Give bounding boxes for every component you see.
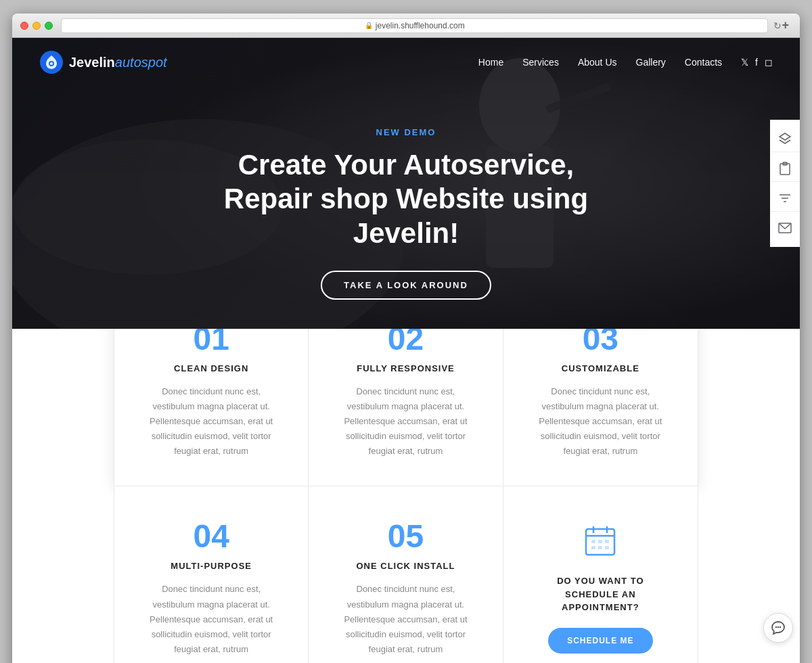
svg-point-29 bbox=[780, 626, 781, 628]
svg-point-28 bbox=[777, 626, 779, 628]
instagram-icon[interactable]: ◻ bbox=[765, 57, 773, 68]
svg-rect-21 bbox=[591, 540, 595, 543]
browser-window-controls bbox=[20, 22, 53, 30]
feature-number-5: 05 bbox=[336, 520, 475, 553]
feature-title-4: MULTI-PURPOSE bbox=[141, 561, 281, 571]
hero-cta-button[interactable]: TAKE A LOOK AROUND bbox=[321, 271, 491, 300]
chat-icon bbox=[771, 620, 786, 635]
feature-title-3: CUSTOMIZABLE bbox=[531, 363, 671, 373]
filter-icon bbox=[778, 192, 792, 204]
minimize-button-dot[interactable] bbox=[32, 22, 41, 30]
logo-icon bbox=[39, 50, 64, 74]
browser-titlebar: 🔒 jevelin.shufflehound.com ↻ + bbox=[12, 14, 800, 38]
sidebar-filter-icon[interactable] bbox=[770, 185, 800, 212]
schedule-title: DO YOU WANT TO SCHEDULE AN APPOINTMENT? bbox=[531, 574, 671, 614]
svg-rect-25 bbox=[598, 546, 602, 549]
sidebar-layers-icon[interactable] bbox=[770, 125, 800, 152]
feature-desc-1: Donec tincidunt nunc est, vestibulum mag… bbox=[141, 384, 281, 459]
svg-rect-23 bbox=[605, 540, 609, 543]
svg-rect-26 bbox=[605, 546, 609, 549]
svg-point-10 bbox=[50, 62, 53, 65]
features-section: 01 CLEAN DESIGN Donec tincidunt nunc est… bbox=[12, 288, 800, 663]
features-row-2: 04 MULTI-PURPOSE Donec tincidunt nunc es… bbox=[114, 486, 698, 663]
feature-title-5: ONE CLICK INSTALL bbox=[336, 561, 475, 571]
nav-contacts[interactable]: Contacts bbox=[685, 57, 722, 68]
logo-text: Jevelinautospot bbox=[69, 55, 167, 70]
calendar-icon bbox=[583, 524, 617, 564]
svg-rect-22 bbox=[598, 540, 602, 543]
url-text: jevelin.shufflehound.com bbox=[376, 21, 465, 30]
feature-card-schedule: DO YOU WANT TO SCHEDULE AN APPOINTMENT? … bbox=[503, 486, 698, 663]
layers-icon bbox=[778, 132, 792, 145]
facebook-icon[interactable]: f bbox=[755, 57, 758, 68]
sidebar-mail-icon[interactable] bbox=[770, 214, 800, 242]
nav-home[interactable]: Home bbox=[478, 57, 503, 68]
nav-links: Home Services About Us Gallery Contacts … bbox=[478, 57, 773, 68]
hero-subtitle: NEW DEMO bbox=[12, 127, 800, 137]
feature-title-2: FULLY RESPONSIVE bbox=[336, 363, 475, 373]
feature-desc-3: Donec tincidunt nunc est, vestibulum mag… bbox=[531, 384, 671, 459]
nav-gallery[interactable]: Gallery bbox=[636, 57, 666, 68]
hero-content: NEW DEMO Create Your Autoservice, Repair… bbox=[12, 87, 800, 300]
address-bar[interactable]: 🔒 jevelin.shufflehound.com bbox=[61, 18, 768, 33]
hero-title: Create Your Autoservice, Repair shop Web… bbox=[203, 148, 609, 250]
feature-card-5: 05 ONE CLICK INSTALL Donec tincidunt nun… bbox=[309, 486, 503, 663]
feature-number-4: 04 bbox=[141, 520, 281, 553]
website-content: Jevelinautospot Home Services About Us G… bbox=[12, 38, 800, 663]
chat-bubble-button[interactable] bbox=[763, 613, 793, 643]
feature-desc-2: Donec tincidunt nunc est, vestibulum mag… bbox=[336, 384, 475, 459]
hero-section: Jevelinautospot Home Services About Us G… bbox=[12, 38, 800, 329]
nav-about[interactable]: About Us bbox=[578, 57, 617, 68]
clipboard-icon bbox=[779, 162, 791, 175]
maximize-button-dot[interactable] bbox=[45, 22, 53, 30]
close-button-dot[interactable] bbox=[20, 22, 28, 30]
feature-desc-5: Donec tincidunt nunc est, vestibulum mag… bbox=[336, 582, 475, 656]
feature-desc-4: Donec tincidunt nunc est, vestibulum mag… bbox=[141, 582, 281, 656]
twitter-icon[interactable]: 𝕏 bbox=[741, 57, 748, 68]
sidebar-clipboard-icon[interactable] bbox=[770, 155, 800, 182]
feature-card-4: 04 MULTI-PURPOSE Donec tincidunt nunc es… bbox=[114, 486, 309, 663]
svg-rect-24 bbox=[591, 546, 595, 549]
logo[interactable]: Jevelinautospot bbox=[39, 50, 167, 74]
right-sidebar bbox=[770, 120, 800, 247]
add-tab-button[interactable]: + bbox=[782, 18, 789, 32]
lock-icon: 🔒 bbox=[365, 22, 373, 29]
navbar: Jevelinautospot Home Services About Us G… bbox=[12, 38, 800, 87]
refresh-button[interactable]: ↻ bbox=[773, 20, 782, 31]
schedule-button[interactable]: SCHEDULE ME bbox=[548, 628, 652, 654]
mail-icon bbox=[778, 223, 792, 233]
svg-point-27 bbox=[775, 626, 777, 628]
nav-services[interactable]: Services bbox=[522, 57, 559, 68]
feature-title-1: CLEAN DESIGN bbox=[141, 363, 281, 373]
social-icons: 𝕏 f ◻ bbox=[741, 57, 773, 68]
